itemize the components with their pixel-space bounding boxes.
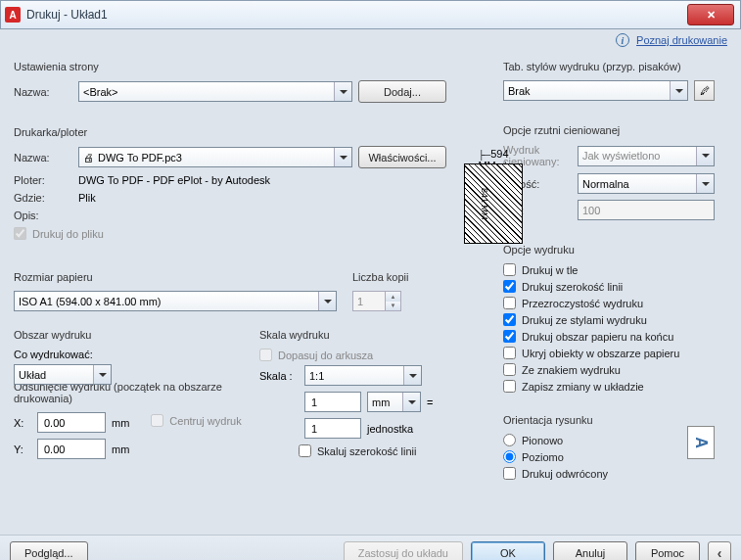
orientation-group: Orientacja rysunku A Pionowo Poziomo Dru… <box>501 406 717 490</box>
paper-size-group: Rozmiar papieru ISO A1 (594.00 x 841.00 … <box>12 263 339 317</box>
plot-style-title: Tab. stylów wydruku (przyp. pisaków) <box>503 61 715 72</box>
scale-lineweights-checkbox[interactable]: Skaluj szerokość linii <box>299 444 489 457</box>
offset-y-unit: mm <box>112 443 129 455</box>
chevron-down-icon <box>670 81 687 100</box>
chevron-down-icon <box>403 366 421 385</box>
plot-style-group: Tab. stylów wydruku (przyp. pisaków) Bra… <box>501 53 717 113</box>
spin-down-icon: ▼ <box>385 302 400 311</box>
paper-size-combo[interactable]: ISO A1 (594.00 x 841.00 mm) <box>14 291 337 311</box>
offset-x-unit: mm <box>112 417 129 429</box>
scale-combo[interactable]: 1:1 <box>304 365 422 386</box>
scale-title: Skala wydruku <box>259 329 489 341</box>
copies-spinner: 1 ▲▼ <box>352 291 401 311</box>
dialog-footer: Podgląd... Zastosuj do układu OK Anuluj … <box>0 535 741 560</box>
copies-title: Liczba kopii <box>352 271 489 283</box>
shaded-viewport-group: Opcje rzutni cieniowanej Wydruk cieniowa… <box>501 117 717 232</box>
spin-up-icon: ▲ <box>385 292 400 302</box>
page-setup-group: Ustawienia strony Nazwa: <Brak> Dodaj... <box>12 53 491 115</box>
chevron-down-icon <box>696 147 714 165</box>
scale-unit2-label: jednostka <box>367 423 413 435</box>
chevron-down-icon <box>696 174 714 193</box>
printer-name-combo[interactable]: 🖨 DWG To PDF.pc3 <box>78 147 352 167</box>
scale-label: Skala : <box>259 370 299 382</box>
paper-preview: ├─594 MM─┤ 841 MM <box>456 146 489 254</box>
page-setup-name-combo[interactable]: <Brak> <box>78 81 352 102</box>
info-row: i Poznaj drukowanie <box>0 29 741 47</box>
plot-options-title: Opcje wydruku <box>503 244 715 256</box>
plot-style-edit-button[interactable]: 🖉 <box>694 80 715 101</box>
opt-lineweights-checkbox[interactable]: Drukuj szerokość linii <box>503 280 715 293</box>
portrait-radio[interactable]: Pionowo <box>503 434 687 446</box>
opt-plot-stamp-checkbox[interactable]: Ze znakiem wydruku <box>503 363 715 376</box>
info-icon: i <box>616 33 629 47</box>
printer-name-value: DWG To PDF.pc3 <box>98 152 182 163</box>
printer-title: Drukarka/ploter <box>14 126 489 138</box>
window-title: Drukuj - Układ1 <box>26 8 108 22</box>
chevron-down-icon <box>318 292 336 310</box>
chevron-down-icon <box>402 393 420 411</box>
offset-y-input[interactable] <box>37 439 106 459</box>
opt-plot-styles-checkbox[interactable]: Drukuj ze stylami wydruku <box>503 313 715 326</box>
plot-style-combo[interactable]: Brak <box>503 80 688 101</box>
offset-x-input[interactable] <box>37 412 106 433</box>
quality-combo[interactable]: Normalna <box>578 173 715 194</box>
offset-x-label: X: <box>14 417 31 429</box>
close-button[interactable]: ✕ <box>687 4 734 25</box>
paper-height-dim: 841 MM <box>470 163 489 244</box>
paper-width-dim: ├─594 MM─┤ <box>464 148 523 162</box>
preview-button[interactable]: Podgląd... <box>10 541 88 560</box>
add-page-setup-button[interactable]: Dodaj... <box>358 80 446 103</box>
opt-paperspace-last-checkbox[interactable]: Drukuj obszar papieru na końcu <box>503 330 715 343</box>
opt-hide-paperspace-checkbox[interactable]: Ukryj obiekty w obszarze papieru <box>503 347 715 359</box>
orientation-icon: A <box>687 426 715 459</box>
shade-plot-combo: Jak wyświetlono <box>578 146 715 166</box>
scale-unit-combo[interactable]: mm <box>367 392 421 412</box>
printer-properties-button[interactable]: Właściwości... <box>358 146 446 168</box>
print-to-file-checkbox: Drukuj do pliku <box>14 227 446 240</box>
ok-button[interactable]: OK <box>471 541 545 560</box>
help-button[interactable]: Pomoc <box>635 541 700 560</box>
page-setup-name-label: Nazwa: <box>14 86 72 98</box>
orientation-title: Orientacja rysunku <box>503 414 715 426</box>
where-label: Gdzie: <box>14 192 72 204</box>
desc-label: Opis: <box>14 210 72 221</box>
opt-background-checkbox[interactable]: Drukuj w tle <box>503 263 715 276</box>
center-plot-checkbox: Centruj wydruk <box>151 414 241 427</box>
plot-options-group: Opcje wydruku Drukuj w tle Drukuj szerok… <box>501 236 717 402</box>
opt-save-layout-checkbox[interactable]: Zapisz zmiany w układzie <box>503 380 715 393</box>
printer-name-label: Nazwa: <box>14 152 72 163</box>
plot-what-label: Co wydrukować: <box>14 349 244 360</box>
learn-printing-link[interactable]: Poznaj drukowanie <box>636 34 727 46</box>
scale-group: Skala wydruku Dopasuj do arkusza Skala :… <box>257 321 491 467</box>
copies-group: Liczba kopii 1 ▲▼ <box>350 263 491 317</box>
ploter-value: DWG To PDF - PDF ePlot - by Autodesk <box>78 174 270 186</box>
paper-size-title: Rozmiar papieru <box>14 271 337 283</box>
scale-num1-input[interactable] <box>304 392 361 412</box>
chevron-down-icon <box>93 365 111 384</box>
where-value: Plik <box>78 192 96 204</box>
titlebar: A Drukuj - Układ1 ✕ <box>0 0 741 29</box>
offset-y-label: Y: <box>14 443 31 455</box>
page-setup-name-value: <Brak> <box>83 86 117 98</box>
plot-what-value: Układ <box>19 369 46 381</box>
app-icon: A <box>5 7 21 23</box>
plot-what-combo[interactable]: Układ <box>14 364 112 385</box>
collapse-button[interactable] <box>708 541 731 560</box>
fit-to-paper-checkbox: Dopasuj do arkusza <box>259 349 489 361</box>
opt-transparency-checkbox[interactable]: Przezroczystość wydruku <box>503 297 715 309</box>
landscape-radio[interactable]: Poziomo <box>503 450 687 463</box>
ploter-label: Ploter: <box>14 174 72 186</box>
cancel-button[interactable]: Anuluj <box>553 541 627 560</box>
pdf-icon: 🖨 <box>83 152 94 163</box>
chevron-down-icon <box>334 148 351 166</box>
apply-layout-button[interactable]: Zastosuj do układu <box>344 541 463 560</box>
paper-size-value: ISO A1 (594.00 x 841.00 mm) <box>19 296 162 307</box>
dpi-input: 100 <box>578 200 715 220</box>
scale-num2-input[interactable] <box>304 418 361 439</box>
close-icon: ✕ <box>707 9 716 22</box>
printer-group: Drukarka/ploter Nazwa: 🖨 DWG To PDF.pc3 … <box>12 118 491 259</box>
shaded-title: Opcje rzutni cieniowanej <box>503 124 715 136</box>
upside-down-checkbox[interactable]: Drukuj odwrócony <box>503 467 715 480</box>
plot-area-title: Obszar wydruku <box>14 329 244 341</box>
equals-label: = <box>427 397 433 408</box>
